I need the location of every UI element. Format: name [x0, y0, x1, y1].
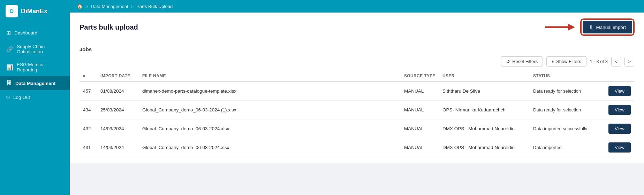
sidebar-item-logout-label: Log Out: [13, 95, 30, 100]
view-button[interactable]: View: [608, 124, 631, 134]
col-header-source: Source Type: [401, 71, 439, 81]
manual-import-button[interactable]: ⬇ Manual import: [583, 21, 632, 33]
sidebar-item-dashboard[interactable]: ⊞ Dashboard: [0, 26, 70, 40]
page-content: Parts bulk upload ⬇ Manual import: [70, 13, 644, 195]
home-icon: 🏠: [77, 3, 83, 9]
sidebar-item-data-management-label: Data Management: [15, 81, 56, 86]
sidebar-nav: ⊞ Dashboard 🔗 Supply Chain Optimization …: [0, 22, 70, 195]
cell-source: MANUAL: [401, 138, 439, 157]
sidebar-item-esg[interactable]: 📊 ESG Metrics Reporting: [0, 58, 70, 76]
cell-status: Data ready for selection: [530, 101, 599, 119]
arrow-svg: [544, 21, 575, 33]
cell-hash: 431: [79, 138, 97, 157]
cell-filename: dimanex-demo-parts-catalogue-template.xl…: [139, 81, 401, 101]
cell-filename: Global_Company_demo_06-03-2024.xlsx: [139, 119, 401, 138]
esg-icon: 📊: [6, 64, 13, 71]
sidebar-item-dashboard-label: Dashboard: [14, 30, 37, 36]
header-right: ⬇ Manual import: [544, 19, 634, 36]
prev-icon: <: [615, 59, 618, 64]
data-management-icon: 🗄: [6, 80, 12, 86]
show-filters-label: Show Filters: [556, 59, 581, 64]
filter-bar: ↺ Reset Filters ▾ Show Filters 1 - 8 of …: [79, 56, 634, 67]
cell-action: View: [599, 138, 634, 157]
jobs-table: # Import Date File Name Source Type User…: [79, 71, 634, 157]
main-content: 🏠 > Data Management > Parts Bulk Upload …: [70, 0, 644, 195]
next-page-button[interactable]: >: [624, 57, 634, 67]
pagination-info: 1 - 8 of 8: [590, 59, 608, 64]
sidebar-item-supply-chain[interactable]: 🔗 Supply Chain Optimization: [0, 40, 70, 58]
cell-user: DMX OPS - Mohammad Noureldin: [439, 138, 530, 157]
sidebar-item-data-management[interactable]: 🗄 Data Management: [0, 76, 70, 90]
col-header-hash: #: [79, 71, 97, 81]
supply-chain-icon: 🔗: [6, 46, 13, 53]
logo-text: DiManEx: [21, 8, 47, 15]
table-header-row: # Import Date File Name Source Type User…: [79, 71, 634, 81]
col-header-user: User: [439, 71, 530, 81]
cell-user: OPS- Nirmanika Kudaarachchi: [439, 101, 530, 119]
cell-status: Data ready for selection: [530, 81, 599, 101]
arrow-indicator: [544, 21, 575, 33]
view-button[interactable]: View: [608, 142, 631, 153]
svg-marker-1: [568, 24, 575, 31]
sidebar-item-esg-label: ESG Metrics Reporting: [17, 62, 63, 72]
cell-date: 01/08/2024: [97, 81, 139, 101]
sidebar: D DiManEx ⊞ Dashboard 🔗 Supply Chain Opt…: [0, 0, 70, 195]
cell-status: Data imported successfully: [530, 119, 599, 138]
breadcrumb-sep2: >: [131, 4, 134, 9]
cell-source: MANUAL: [401, 81, 439, 101]
cell-action: View: [599, 119, 634, 138]
logout-icon: ⎋: [6, 94, 10, 100]
breadcrumb-link1[interactable]: Data Management: [91, 4, 128, 9]
table-row: 457 01/08/2024 dimanex-demo-parts-catalo…: [79, 81, 634, 101]
col-header-filename: File Name: [139, 71, 401, 81]
cell-hash: 432: [79, 119, 97, 138]
sidebar-item-logout[interactable]: ⎋ Log Out: [0, 90, 70, 104]
cell-date: 14/03/2024: [97, 138, 139, 157]
cell-action: View: [599, 81, 634, 101]
logo-icon: D: [6, 5, 18, 17]
cell-hash: 457: [79, 81, 97, 101]
show-filters-button[interactable]: ▾ Show Filters: [546, 56, 586, 67]
page-title: Parts bulk upload: [79, 23, 138, 31]
cell-filename: Global_Company_demo_06-03-2024 (1).xlsx: [139, 101, 401, 119]
view-button[interactable]: View: [608, 105, 631, 115]
filter-icon: ▾: [552, 59, 554, 64]
jobs-section: Jobs ↺ Reset Filters ▾ Show Filters 1 - …: [70, 40, 644, 163]
cell-action: View: [599, 101, 634, 119]
table-row: 431 14/03/2024 Global_Company_demo_06-03…: [79, 138, 634, 157]
reset-filters-label: Reset Filters: [512, 59, 538, 64]
manual-import-highlight-box: ⬇ Manual import: [581, 19, 634, 36]
cell-user: DMX OPS - Mohammad Noureldin: [439, 119, 530, 138]
manual-import-label: Manual import: [596, 25, 626, 30]
cell-status: Data imported: [530, 138, 599, 157]
prev-page-button[interactable]: <: [611, 57, 621, 67]
cell-filename: Global_Company_demo_06-03-2024.xlsx: [139, 138, 401, 157]
cell-hash: 434: [79, 101, 97, 119]
cell-user: Siththaru De Silva: [439, 81, 530, 101]
table-row: 432 14/03/2024 Global_Company_demo_06-03…: [79, 119, 634, 138]
sidebar-item-supply-chain-label: Supply Chain Optimization: [17, 44, 63, 54]
reset-filters-button[interactable]: ↺ Reset Filters: [501, 56, 543, 67]
table-row: 434 25/03/2024 Global_Company_demo_06-03…: [79, 101, 634, 119]
reset-icon: ↺: [506, 59, 510, 64]
dashboard-icon: ⊞: [6, 30, 11, 36]
breadcrumb-sep1: >: [85, 4, 88, 9]
col-header-action: [599, 71, 634, 81]
jobs-section-label: Jobs: [79, 46, 634, 52]
cell-source: MANUAL: [401, 101, 439, 119]
sidebar-logo: D DiManEx: [0, 0, 70, 22]
cell-source: MANUAL: [401, 119, 439, 138]
col-header-date: Import Date: [97, 71, 139, 81]
view-button[interactable]: View: [608, 86, 631, 96]
breadcrumb-current: Parts Bulk Upload: [136, 4, 173, 9]
next-icon: >: [628, 59, 631, 64]
cell-date: 14/03/2024: [97, 119, 139, 138]
col-header-status: Status: [530, 71, 599, 81]
topbar: 🏠 > Data Management > Parts Bulk Upload: [70, 0, 644, 13]
page-header: Parts bulk upload ⬇ Manual import: [70, 13, 644, 40]
cell-date: 25/03/2024: [97, 101, 139, 119]
manual-import-icon: ⬇: [589, 24, 593, 30]
